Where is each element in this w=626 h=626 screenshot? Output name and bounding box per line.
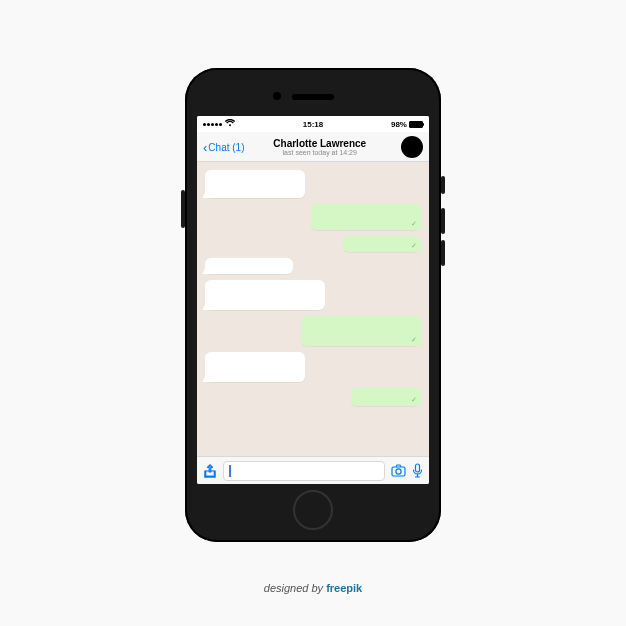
input-bar: [197, 456, 429, 484]
avatar[interactable]: [401, 136, 423, 158]
share-icon[interactable]: [203, 464, 217, 478]
screen: 15:18 98% ‹ Chat (1) Charlotte Lawrence …: [197, 116, 429, 484]
message-out[interactable]: ✓: [343, 236, 421, 252]
message-in[interactable]: [205, 258, 293, 274]
message-out[interactable]: ✓: [351, 388, 421, 406]
check-icon: ✓: [411, 336, 417, 344]
attribution-prefix: designed by: [264, 582, 326, 594]
text-cursor: [229, 465, 231, 477]
status-time: 15:18: [303, 120, 323, 129]
last-seen: last seen today at 14:29: [238, 149, 401, 157]
message-in[interactable]: [205, 352, 305, 382]
mute-switch: [441, 176, 445, 194]
attribution: designed by freepik: [0, 582, 626, 594]
chevron-left-icon: ‹: [203, 141, 207, 154]
check-icon: ✓: [411, 396, 417, 404]
home-button[interactable]: [293, 490, 333, 530]
camera-icon[interactable]: [391, 464, 406, 477]
wifi-icon: [225, 119, 235, 129]
front-camera: [273, 92, 281, 100]
svg-rect-3: [416, 464, 420, 472]
microphone-icon[interactable]: [412, 463, 423, 478]
contact-name: Charlotte Lawrence: [238, 138, 401, 149]
check-icon: ✓: [411, 242, 417, 250]
message-input[interactable]: [223, 461, 385, 481]
check-icon: ✓: [411, 220, 417, 228]
volume-down: [441, 240, 445, 266]
message-in[interactable]: [205, 280, 325, 310]
attribution-brand: freepik: [326, 582, 362, 594]
chat-area[interactable]: ✓✓✓✓: [197, 162, 429, 456]
volume-up: [441, 208, 445, 234]
svg-point-2: [396, 469, 401, 474]
nav-bar: ‹ Chat (1) Charlotte Lawrence last seen …: [197, 132, 429, 162]
message-out[interactable]: ✓: [311, 204, 421, 230]
battery-icon: [409, 121, 423, 128]
phone-frame: 15:18 98% ‹ Chat (1) Charlotte Lawrence …: [185, 68, 441, 542]
signal-icon: [203, 123, 222, 126]
message-in[interactable]: [205, 170, 305, 198]
speaker: [292, 94, 334, 100]
status-bar: 15:18 98%: [197, 116, 429, 132]
power-button: [181, 190, 185, 228]
message-out[interactable]: ✓: [301, 316, 421, 346]
battery-percent: 98%: [391, 120, 407, 129]
